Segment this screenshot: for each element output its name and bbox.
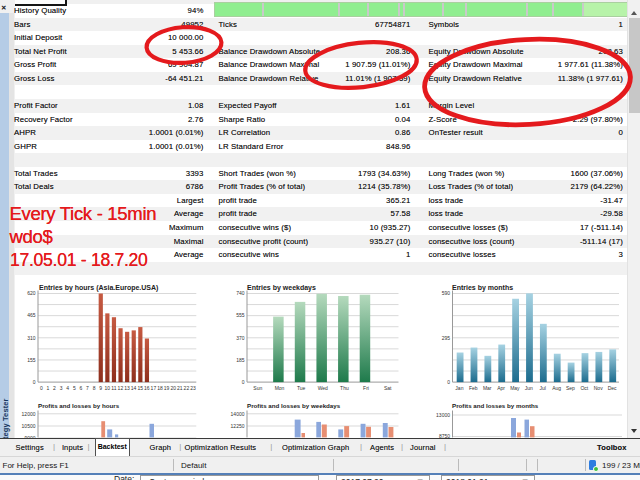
svg-text:0: 0 — [242, 379, 245, 385]
svg-text:2: 2 — [53, 385, 56, 391]
svg-text:Tue: Tue — [297, 385, 306, 391]
svg-text:0: 0 — [447, 379, 450, 385]
svg-text:740: 740 — [236, 290, 245, 296]
svg-text:19: 19 — [164, 385, 170, 391]
svg-text:465: 465 — [27, 312, 36, 318]
svg-text:20: 20 — [170, 385, 176, 391]
svg-text:0: 0 — [40, 385, 43, 391]
svg-text:16: 16 — [144, 385, 150, 391]
svg-text:Apr: Apr — [497, 385, 505, 391]
svg-text:8: 8 — [93, 385, 96, 391]
svg-text:12000: 12000 — [22, 411, 36, 417]
svg-text:12: 12 — [118, 385, 124, 391]
svg-text:Profits and losses by weekdays: Profits and losses by weekdays — [247, 402, 341, 409]
svg-text:555: 555 — [236, 312, 245, 318]
svg-text:4: 4 — [66, 385, 69, 391]
svg-text:Dec: Dec — [608, 385, 617, 391]
svg-text:10500: 10500 — [22, 423, 36, 429]
svg-text:295: 295 — [442, 335, 451, 341]
svg-text:Jul: Jul — [539, 385, 545, 391]
svg-text:10: 10 — [105, 385, 111, 391]
svg-text:23: 23 — [190, 385, 196, 391]
svg-text:13000: 13000 — [436, 412, 450, 418]
svg-text:Sun: Sun — [253, 385, 262, 391]
svg-text:Feb: Feb — [469, 385, 478, 391]
svg-text:13: 13 — [124, 385, 130, 391]
svg-text:7: 7 — [86, 385, 89, 391]
svg-text:Profits and losses by hours: Profits and losses by hours — [38, 402, 120, 409]
svg-text:12250: 12250 — [231, 423, 245, 429]
svg-text:Oct: Oct — [580, 385, 588, 391]
svg-text:22: 22 — [184, 385, 190, 391]
svg-text:Sep: Sep — [566, 385, 575, 391]
svg-text:185: 185 — [236, 357, 245, 363]
svg-text:Aug: Aug — [552, 385, 561, 391]
svg-text:310: 310 — [27, 335, 36, 341]
svg-text:0: 0 — [33, 379, 36, 385]
svg-text:May: May — [510, 385, 520, 391]
svg-text:Mon: Mon — [275, 385, 285, 391]
svg-text:14: 14 — [131, 385, 137, 391]
svg-text:3: 3 — [60, 385, 63, 391]
svg-text:Jun: Jun — [525, 385, 533, 391]
svg-text:370: 370 — [236, 335, 245, 341]
svg-text:Entries by hours (Asia.Europe.: Entries by hours (Asia.Europe.USA) — [39, 284, 158, 292]
svg-text:17: 17 — [151, 385, 157, 391]
svg-text:21: 21 — [177, 385, 183, 391]
svg-text:Sat: Sat — [384, 385, 392, 391]
svg-text:11: 11 — [111, 385, 116, 391]
svg-text:Jan: Jan — [455, 385, 463, 391]
svg-text:Entries by weekdays: Entries by weekdays — [247, 284, 316, 292]
svg-text:Wed: Wed — [318, 385, 328, 391]
svg-text:15: 15 — [137, 385, 143, 391]
svg-text:620: 620 — [27, 290, 36, 296]
svg-text:9: 9 — [99, 385, 102, 391]
svg-text:18: 18 — [157, 385, 163, 391]
svg-text:155: 155 — [27, 357, 36, 363]
svg-text:1: 1 — [47, 385, 50, 391]
svg-text:5: 5 — [73, 385, 76, 391]
svg-text:590: 590 — [442, 290, 451, 296]
svg-text:Profits and losses by months: Profits and losses by months — [452, 402, 539, 409]
svg-text:Nov: Nov — [594, 385, 603, 391]
svg-text:Mar: Mar — [483, 385, 492, 391]
svg-text:Fri: Fri — [363, 385, 369, 391]
svg-text:14000: 14000 — [231, 411, 245, 417]
svg-text:6: 6 — [80, 385, 83, 391]
svg-text:Entries by months: Entries by months — [452, 284, 513, 292]
svg-text:Thu: Thu — [340, 385, 349, 391]
